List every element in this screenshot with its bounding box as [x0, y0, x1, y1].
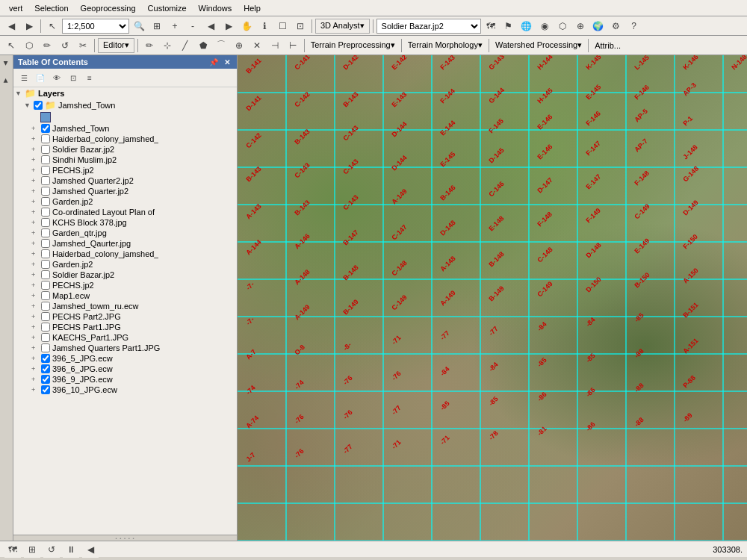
layer-checkbox-1[interactable] — [41, 134, 50, 143]
layer-checkbox-4[interactable] — [41, 166, 50, 175]
menu-windows[interactable]: Windows — [193, 2, 238, 14]
layer-select[interactable]: Soldier Bazar.jp2 — [376, 19, 481, 34]
layer-checkbox-7[interactable] — [41, 197, 50, 206]
tree-item-10[interactable]: +Garden_qtr.jpg — [13, 228, 237, 238]
tree-item-7[interactable]: +Garden.jp2 — [13, 196, 237, 207]
toc-close-btn[interactable]: ✕ — [222, 58, 232, 66]
full-extent[interactable]: ⊞ — [149, 18, 165, 34]
tree-item-9[interactable]: +KCHS Block 378.jpg — [13, 217, 237, 228]
layer-checkbox-2[interactable] — [41, 145, 50, 154]
tree-item-5[interactable]: +Jamshed Quarter2.jp2 — [13, 175, 237, 186]
layer-icon1[interactable]: 🗺 — [483, 18, 499, 34]
tree-item-6[interactable]: +Jamshed Quarter.jp2 — [13, 186, 237, 196]
edit-vertices[interactable]: ⬡ — [21, 37, 37, 54]
tree-item-23[interactable]: +396_6_JPG.ecw — [13, 364, 237, 374]
tree-item-jamshed-town[interactable]: ▼ 📁 Jamshed_Town — [13, 99, 237, 111]
move-tool[interactable]: ⊕ — [231, 37, 247, 54]
layer-checkbox-6[interactable] — [41, 187, 50, 196]
tree-item-21[interactable]: +Jamshed Quarters Part1.JPG — [13, 343, 237, 353]
globe-btn[interactable]: 🌍 — [590, 18, 607, 34]
layer-checkbox-18[interactable] — [41, 312, 50, 321]
tree-item-15[interactable]: +PECHS.jp2 — [13, 280, 237, 290]
tree-item-24[interactable]: +396_9_JPG.ecw — [13, 374, 237, 385]
layer-checkbox-23[interactable] — [41, 364, 50, 373]
tree-item-22[interactable]: +396_5_JPG.ecw — [13, 353, 237, 364]
toc-select-btn[interactable]: ⊡ — [66, 70, 81, 85]
layer-checkbox-14[interactable] — [41, 270, 50, 279]
tree-item-14[interactable]: +Soldier Bazar.jp2 — [13, 270, 237, 280]
toc-options-btn[interactable]: ≡ — [82, 70, 97, 85]
status-pause-btn[interactable]: ⏸ — [63, 541, 79, 558]
tree-item-16[interactable]: +Map1.ecw — [13, 290, 237, 301]
menu-vert[interactable]: vert — [3, 2, 28, 14]
select-tool[interactable]: ↖ — [44, 18, 61, 34]
toc-visibility-btn[interactable]: 👁 — [49, 70, 64, 85]
pan-tool[interactable]: ✋ — [238, 18, 255, 34]
menu-customize[interactable]: Customize — [142, 2, 193, 14]
layer-checkbox-16[interactable] — [41, 291, 50, 300]
settings-btn[interactable]: ⚙ — [608, 18, 624, 34]
scale-dropdown[interactable]: 1:2,500 — [62, 19, 129, 34]
status-scroll-left[interactable]: ◀ — [82, 541, 99, 558]
tree-item-2[interactable]: +Soldier Bazar.jp2 — [13, 144, 237, 155]
forward-btn[interactable]: ▶ — [21, 18, 37, 34]
help-q-btn[interactable]: ? — [626, 18, 642, 34]
rotate-tool[interactable]: ↺ — [57, 37, 73, 54]
layer-checkbox-0[interactable] — [41, 124, 50, 133]
polygon-tool[interactable]: ⬟ — [195, 37, 211, 54]
layer-checkbox-15[interactable] — [41, 281, 50, 290]
layer-icon2[interactable]: ⚑ — [500, 18, 517, 34]
layer-checkbox-20[interactable] — [41, 333, 50, 342]
tree-item-17[interactable]: +Jamshed_towm_ru.ecw — [13, 301, 237, 311]
status-map-btn[interactable]: 🗺 — [4, 541, 21, 558]
fixed-zoom-out[interactable]: - — [185, 18, 201, 34]
tree-item-12[interactable]: +Haiderbad_colony_jamshed_ — [13, 249, 237, 259]
map-panel[interactable]: B-141 C-141 D-142 E-142 F-143 G-143 H-14… — [238, 55, 747, 541]
line-tool[interactable]: ╱ — [177, 37, 193, 54]
status-grid-btn[interactable]: ⊞ — [24, 541, 40, 558]
layer-checkbox-10[interactable] — [41, 228, 50, 237]
tree-item-18[interactable]: +PECHS Part2.JPG — [13, 311, 237, 322]
toc-source-btn[interactable]: 📄 — [33, 70, 48, 85]
status-refresh-btn[interactable]: ↺ — [43, 541, 60, 558]
arc-tool[interactable]: ⌒ — [213, 37, 229, 54]
identify-tool[interactable]: ℹ — [256, 18, 273, 34]
layers-group-header[interactable]: ▼ 📁 Layers — [13, 87, 237, 99]
layer-checkbox-17[interactable] — [41, 302, 50, 311]
layer-checkbox-11[interactable] — [41, 239, 50, 248]
arrow-tool[interactable]: ↖ — [3, 37, 19, 54]
vtab-2[interactable]: ▼ — [0, 72, 13, 90]
layer-icon4[interactable]: ◉ — [536, 18, 553, 34]
tree-item-13[interactable]: +Garden.jp2 — [13, 259, 237, 270]
layer-icon5[interactable]: ⬡ — [554, 18, 571, 34]
merge-tool[interactable]: ⊢ — [285, 37, 301, 54]
fixed-zoom-in[interactable]: + — [167, 18, 183, 34]
delete-tool[interactable]: ✕ — [249, 37, 265, 54]
layer-checkbox-5[interactable] — [41, 176, 50, 185]
tree-item-1[interactable]: +Haiderbad_colony_jamshed_ — [13, 134, 237, 144]
vtab-1[interactable]: ▲ — [0, 55, 13, 72]
zoom-in[interactable]: 🔍 — [131, 18, 147, 34]
back-extent[interactable]: ◀ — [202, 18, 219, 34]
layer-checkbox-24[interactable] — [41, 375, 50, 384]
editor-btn[interactable]: Editor▾ — [98, 38, 134, 53]
cut-tool[interactable]: ✂ — [75, 37, 91, 54]
node-tool[interactable]: ⊹ — [159, 37, 176, 54]
clear-selection[interactable]: ☐ — [274, 18, 291, 34]
tree-item-4[interactable]: +PECHS.jp2 — [13, 165, 237, 175]
toc-pin-btn[interactable]: 📌 — [207, 58, 220, 66]
layer-checkbox-19[interactable] — [41, 323, 50, 332]
tree-item-0[interactable]: +Jamshed_Town — [13, 123, 237, 134]
toc-list-btn[interactable]: ☰ — [16, 70, 31, 85]
layer-checkbox-9[interactable] — [41, 218, 50, 227]
menu-geoprocessing[interactable]: Geoprocessing — [75, 2, 142, 14]
tree-item-8[interactable]: +Co-ordinated Layout Plan of — [13, 207, 237, 217]
menu-help[interactable]: Help — [238, 2, 267, 14]
tree-item-3[interactable]: +Sindhi Muslim.jp2 — [13, 155, 237, 165]
layer-checkbox-12[interactable] — [41, 249, 50, 258]
tree-item-20[interactable]: +KAECHS_Part1.JPG — [13, 332, 237, 343]
tree-item-25[interactable]: +396_10_JPG.ecw — [13, 385, 237, 395]
layer-checkbox-13[interactable] — [41, 260, 50, 269]
jamshed-sub-item[interactable] — [13, 111, 237, 123]
layer-checkbox-3[interactable] — [41, 155, 50, 164]
